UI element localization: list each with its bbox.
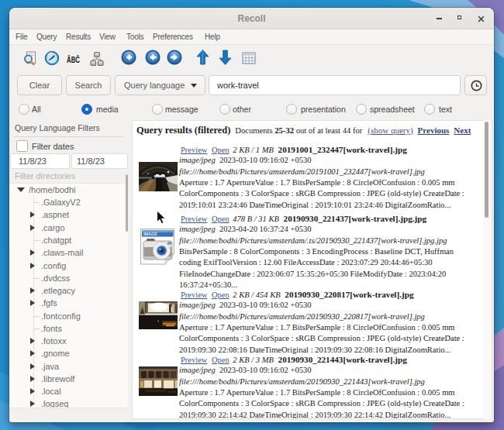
- svg-text:IMAGE: IMAGE: [143, 232, 157, 236]
- svg-text:wb: wb: [167, 243, 171, 246]
- svg-text:ÂBĈ: ÂBĈ: [67, 55, 80, 64]
